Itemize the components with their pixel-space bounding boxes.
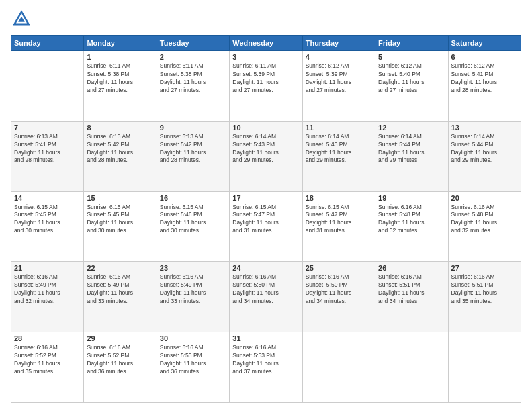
day-number: 2 [160,53,226,61]
calendar-cell: 26Sunrise: 6:16 AM Sunset: 5:51 PM Dayli… [375,262,448,332]
day-number: 15 [87,194,153,202]
day-number: 3 [232,53,299,61]
day-info: Sunrise: 6:16 AM Sunset: 5:49 PM Dayligh… [14,273,81,306]
calendar-cell: 4Sunrise: 6:12 AM Sunset: 5:39 PM Daylig… [302,51,375,122]
logo-icon [11,8,32,30]
day-info: Sunrise: 6:14 AM Sunset: 5:44 PM Dayligh… [451,133,518,165]
day-info: Sunrise: 6:14 AM Sunset: 5:44 PM Dayligh… [378,133,445,165]
day-number: 11 [306,124,372,132]
day-number: 12 [378,124,445,132]
calendar-cell: 21Sunrise: 6:16 AM Sunset: 5:49 PM Dayli… [11,262,84,332]
header [11,8,521,30]
calendar-cell: 13Sunrise: 6:14 AM Sunset: 5:44 PM Dayli… [448,121,521,191]
calendar-week-4: 28Sunrise: 6:16 AM Sunset: 5:52 PM Dayli… [11,332,521,403]
day-info: Sunrise: 6:16 AM Sunset: 5:50 PM Dayligh… [306,273,372,306]
calendar-cell: 31Sunrise: 6:16 AM Sunset: 5:53 PM Dayli… [230,332,302,403]
day-info: Sunrise: 6:16 AM Sunset: 5:49 PM Dayligh… [87,273,153,306]
calendar-week-1: 7Sunrise: 6:13 AM Sunset: 5:41 PM Daylig… [11,121,521,191]
day-info: Sunrise: 6:16 AM Sunset: 5:52 PM Dayligh… [87,344,153,376]
calendar-cell: 18Sunrise: 6:15 AM Sunset: 5:47 PM Dayli… [302,191,375,262]
day-header-thursday: Thursday [302,36,375,51]
calendar-cell: 1Sunrise: 6:11 AM Sunset: 5:38 PM Daylig… [84,51,157,122]
calendar-cell: 10Sunrise: 6:14 AM Sunset: 5:43 PM Dayli… [230,121,302,191]
calendar-cell: 3Sunrise: 6:11 AM Sunset: 5:39 PM Daylig… [230,51,302,122]
day-number: 21 [14,264,81,272]
day-info: Sunrise: 6:12 AM Sunset: 5:40 PM Dayligh… [378,62,445,95]
day-number: 7 [14,124,81,132]
calendar-cell: 5Sunrise: 6:12 AM Sunset: 5:40 PM Daylig… [375,51,448,122]
calendar-cell: 22Sunrise: 6:16 AM Sunset: 5:49 PM Dayli… [84,262,157,332]
day-number: 23 [160,264,226,272]
day-info: Sunrise: 6:13 AM Sunset: 5:42 PM Dayligh… [87,133,153,165]
day-info: Sunrise: 6:15 AM Sunset: 5:47 PM Dayligh… [232,203,299,236]
calendar-cell: 11Sunrise: 6:14 AM Sunset: 5:43 PM Dayli… [302,121,375,191]
day-info: Sunrise: 6:16 AM Sunset: 5:48 PM Dayligh… [451,203,518,236]
day-info: Sunrise: 6:12 AM Sunset: 5:39 PM Dayligh… [306,62,372,95]
day-info: Sunrise: 6:16 AM Sunset: 5:50 PM Dayligh… [232,273,299,306]
day-header-monday: Monday [84,36,157,51]
day-header-tuesday: Tuesday [157,36,229,51]
day-info: Sunrise: 6:15 AM Sunset: 5:45 PM Dayligh… [14,203,81,236]
day-number: 17 [232,194,299,202]
day-number: 14 [14,194,81,202]
day-info: Sunrise: 6:13 AM Sunset: 5:41 PM Dayligh… [14,133,81,165]
day-header-friday: Friday [375,36,448,51]
day-info: Sunrise: 6:14 AM Sunset: 5:43 PM Dayligh… [232,133,299,165]
calendar-table: SundayMondayTuesdayWednesdayThursdayFrid… [11,35,521,403]
day-number: 29 [87,334,153,342]
calendar-cell [11,51,84,122]
day-number: 6 [451,53,518,61]
day-number: 30 [160,334,226,342]
day-info: Sunrise: 6:15 AM Sunset: 5:47 PM Dayligh… [306,203,372,236]
day-info: Sunrise: 6:15 AM Sunset: 5:45 PM Dayligh… [87,203,153,236]
calendar-cell [375,332,448,403]
calendar-cell [302,332,375,403]
day-number: 5 [378,53,445,61]
day-number: 9 [160,124,226,132]
day-info: Sunrise: 6:16 AM Sunset: 5:51 PM Dayligh… [451,273,518,306]
day-number: 16 [160,194,226,202]
calendar-cell: 14Sunrise: 6:15 AM Sunset: 5:45 PM Dayli… [11,191,84,262]
calendar-cell: 16Sunrise: 6:15 AM Sunset: 5:46 PM Dayli… [157,191,229,262]
calendar-week-3: 21Sunrise: 6:16 AM Sunset: 5:49 PM Dayli… [11,262,521,332]
day-info: Sunrise: 6:14 AM Sunset: 5:43 PM Dayligh… [306,133,372,165]
calendar-header-row: SundayMondayTuesdayWednesdayThursdayFrid… [11,36,521,51]
day-header-wednesday: Wednesday [230,36,302,51]
day-info: Sunrise: 6:12 AM Sunset: 5:41 PM Dayligh… [451,62,518,95]
day-info: Sunrise: 6:13 AM Sunset: 5:42 PM Dayligh… [160,133,226,165]
day-number: 27 [451,264,518,272]
day-info: Sunrise: 6:11 AM Sunset: 5:38 PM Dayligh… [160,62,226,95]
calendar-cell: 7Sunrise: 6:13 AM Sunset: 5:41 PM Daylig… [11,121,84,191]
calendar-cell: 17Sunrise: 6:15 AM Sunset: 5:47 PM Dayli… [230,191,302,262]
calendar-cell: 15Sunrise: 6:15 AM Sunset: 5:45 PM Dayli… [84,191,157,262]
day-number: 20 [451,194,518,202]
day-number: 19 [378,194,445,202]
day-info: Sunrise: 6:16 AM Sunset: 5:53 PM Dayligh… [160,344,226,376]
calendar-cell: 2Sunrise: 6:11 AM Sunset: 5:38 PM Daylig… [157,51,229,122]
calendar-cell [448,332,521,403]
calendar-cell: 25Sunrise: 6:16 AM Sunset: 5:50 PM Dayli… [302,262,375,332]
day-number: 1 [87,53,153,61]
day-info: Sunrise: 6:11 AM Sunset: 5:39 PM Dayligh… [232,62,299,95]
calendar-cell: 30Sunrise: 6:16 AM Sunset: 5:53 PM Dayli… [157,332,229,403]
calendar-cell: 28Sunrise: 6:16 AM Sunset: 5:52 PM Dayli… [11,332,84,403]
logo [11,8,35,30]
day-number: 24 [232,264,299,272]
calendar-cell: 6Sunrise: 6:12 AM Sunset: 5:41 PM Daylig… [448,51,521,122]
day-info: Sunrise: 6:16 AM Sunset: 5:52 PM Dayligh… [14,344,81,376]
day-info: Sunrise: 6:16 AM Sunset: 5:48 PM Dayligh… [378,203,445,236]
day-number: 4 [306,53,372,61]
calendar-cell: 27Sunrise: 6:16 AM Sunset: 5:51 PM Dayli… [448,262,521,332]
day-number: 22 [87,264,153,272]
day-header-saturday: Saturday [448,36,521,51]
day-info: Sunrise: 6:15 AM Sunset: 5:46 PM Dayligh… [160,203,226,236]
calendar-week-0: 1Sunrise: 6:11 AM Sunset: 5:38 PM Daylig… [11,51,521,122]
calendar-cell: 12Sunrise: 6:14 AM Sunset: 5:44 PM Dayli… [375,121,448,191]
calendar-cell: 24Sunrise: 6:16 AM Sunset: 5:50 PM Dayli… [230,262,302,332]
calendar-cell: 9Sunrise: 6:13 AM Sunset: 5:42 PM Daylig… [157,121,229,191]
day-number: 10 [232,124,299,132]
day-info: Sunrise: 6:16 AM Sunset: 5:51 PM Dayligh… [378,273,445,306]
calendar-cell: 8Sunrise: 6:13 AM Sunset: 5:42 PM Daylig… [84,121,157,191]
day-info: Sunrise: 6:11 AM Sunset: 5:38 PM Dayligh… [87,62,153,95]
day-header-sunday: Sunday [11,36,84,51]
